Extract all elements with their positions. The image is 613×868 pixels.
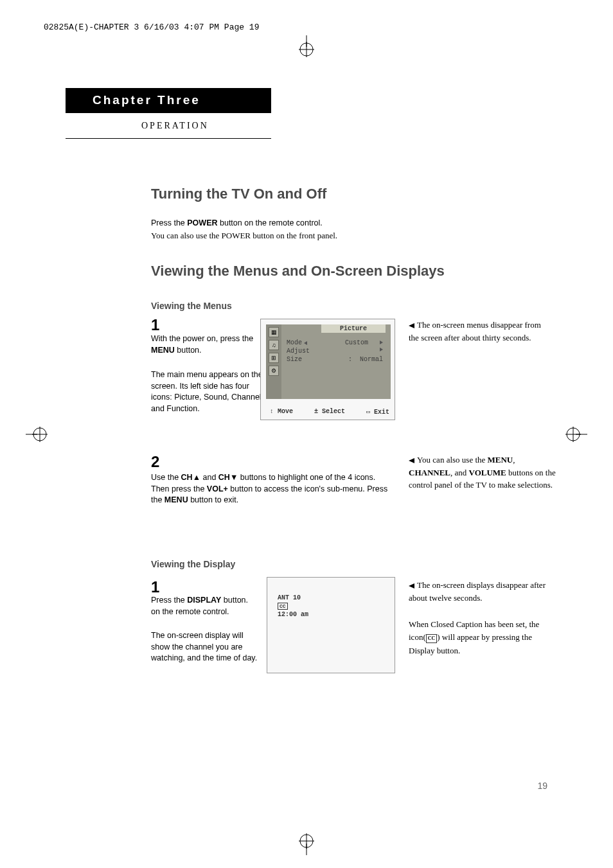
tv-menu-illustration: ▦ ♫ ⊞ ⚙ Picture Mode Custom Adjust Size …: [260, 319, 395, 420]
side-note: You can also use the MENU, CHANNEL, and …: [409, 454, 556, 492]
function-icon: ⚙: [269, 366, 279, 376]
crop-mark-top: [294, 35, 319, 61]
divider: [66, 138, 271, 139]
tv-display-illustration: ANT 10 CC 12:00 am: [267, 577, 395, 673]
side-note: When Closed Caption has been set, the ic…: [409, 618, 556, 657]
subsection-heading: Viewing the Menus: [151, 301, 232, 311]
section-heading: Viewing the Menus and On-Screen Displays: [151, 263, 445, 279]
step-number: 2: [151, 453, 159, 471]
sound-icon: ♫: [269, 340, 279, 350]
picture-icon: ▦: [269, 327, 279, 337]
divider: [66, 112, 271, 113]
menu-title: Picture: [321, 324, 386, 333]
section1-body: Press the POWER button on the remote con…: [151, 218, 408, 242]
crop-mark-right: [562, 421, 587, 447]
arrow-left-icon: [409, 323, 414, 328]
arrow-left-icon: [409, 458, 414, 463]
side-note: The on-screen menus disappear from the s…: [409, 319, 550, 344]
page-number: 19: [537, 781, 547, 791]
step-text: The on-screen display will show the chan…: [151, 630, 260, 664]
subsection-heading: Viewing the Display: [151, 559, 235, 569]
step-text: Use the CH▲ and CH▼ buttons to highlight…: [151, 472, 389, 506]
section-heading: Turning the TV On and Off: [151, 186, 326, 202]
step-text: Press the DISPLAY button. on the remote …: [151, 595, 257, 617]
step-text: With the power on, press the MENU button…: [151, 333, 254, 356]
chapter-subtitle: OPERATION: [141, 121, 209, 131]
step-number: 1: [151, 316, 159, 334]
cc-icon: CC: [278, 603, 288, 610]
step-number: 1: [151, 578, 159, 596]
side-note: The on-screen displays disappear after a…: [409, 579, 556, 604]
chapter-title: Chapter Three: [66, 88, 271, 112]
print-slug: 02825A(E)-CHAPTER 3 6/16/03 4:07 PM Page…: [44, 22, 259, 32]
crop-mark-bottom: [294, 829, 319, 855]
cc-icon: CC: [426, 634, 438, 643]
step-text: The main menu appears on the screen. Its…: [151, 369, 267, 414]
crop-mark-left: [26, 421, 51, 447]
channel-icon: ⊞: [269, 353, 279, 363]
arrow-left-icon: [409, 583, 414, 589]
